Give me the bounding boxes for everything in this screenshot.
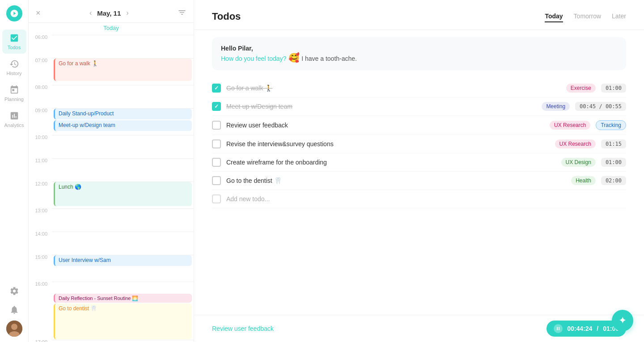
time-label-1200: 12:00 — [29, 182, 52, 186]
time-line-1300 — [52, 208, 194, 232]
calendar-scroll[interactable]: 06:00 07:00 Go for a walk 🚶 08:00 09:00 … — [29, 35, 194, 342]
sidebar-bottom — [6, 283, 22, 337]
calendar-filter-button[interactable] — [178, 8, 186, 18]
time-line-0800 — [52, 85, 194, 108]
todo-item-revise: Revise the interview&survey questions UX… — [212, 135, 626, 153]
calendar-today-label: Today — [29, 23, 194, 35]
todo-text-walk: Go for a walk 🚶 — [226, 84, 561, 92]
notifications-button[interactable] — [6, 302, 22, 318]
time-row-0800: 08:00 — [29, 85, 194, 108]
time-row-1100: 11:00 — [29, 158, 194, 182]
todo-checkbox-wireframe[interactable] — [212, 158, 221, 167]
time-row-0900: 09:00 Daily Stand-up/Product Meet-up w/D… — [29, 108, 194, 135]
sidebar-item-todos-label: Todos — [8, 45, 21, 50]
todo-checkbox-dentist[interactable] — [212, 176, 221, 185]
app-logo[interactable] — [6, 5, 22, 21]
sidebar-item-history[interactable]: History — [2, 55, 26, 80]
todo-item-wireframe: Create wireframe for the onboarding UX D… — [212, 153, 626, 172]
todo-item-dentist: Go to the dentist 🦷 Health 02:00 — [212, 172, 626, 190]
timer-pause-button[interactable] — [554, 324, 563, 333]
sidebar-item-history-label: History — [6, 71, 21, 76]
calendar-navigation: ‹ May, 11 › — [88, 7, 131, 19]
todo-text-revise: Revise the interview&survey questions — [226, 140, 550, 148]
bottom-task-name: Review user feedback — [212, 325, 274, 332]
time-line-1000 — [52, 135, 194, 158]
todo-tag-ux-research-review: UX Research — [550, 121, 590, 130]
time-line-0600 — [52, 35, 194, 58]
time-label-1300: 13:00 — [29, 208, 52, 213]
add-todo-input[interactable]: Add new todo... — [226, 195, 270, 203]
tab-tomorrow[interactable]: Tomorrow — [574, 11, 601, 22]
settings-button[interactable] — [6, 283, 22, 299]
todo-tag-ux-design: UX Design — [561, 158, 596, 167]
time-label-0900: 09:00 — [29, 108, 52, 113]
calendar-event-interview[interactable]: User Interview w/Sam — [54, 255, 192, 266]
fab-button[interactable]: ✦ — [612, 310, 633, 331]
calendar-event-meetup[interactable]: Meet-up w/Design team — [54, 120, 192, 131]
time-line-1100 — [52, 158, 194, 182]
todo-text-wireframe: Create wireframe for the onboarding — [226, 159, 556, 166]
time-line-0900: Daily Stand-up/Product Meet-up w/Design … — [52, 108, 194, 135]
greeting-emoji: 🥰 — [288, 53, 300, 63]
todo-text-review: Review user feedback — [226, 122, 544, 129]
user-avatar[interactable] — [6, 321, 22, 337]
todo-time-dentist: 02:00 — [601, 176, 626, 185]
calendar-title: May, 11 — [97, 9, 121, 17]
greeting-name: Hello Pilar, — [221, 45, 253, 52]
todo-checkbox-meetup[interactable] — [212, 102, 221, 111]
todo-tag-health: Health — [571, 176, 596, 185]
todo-time-wireframe: 01:00 — [601, 158, 626, 167]
time-row-1700: 17:00 — [29, 340, 194, 342]
greeting-content: Hello Pilar, How do you feel today? 🥰 I … — [221, 44, 357, 63]
tab-today[interactable]: Today — [545, 11, 563, 22]
greeting-question: How do you feel today? — [221, 55, 286, 62]
svg-point-1 — [11, 324, 17, 330]
calendar-header: × ‹ May, 11 › — [29, 0, 194, 23]
time-line-1600: Daily Reflection - Sunset Routine 🌅 Go t… — [52, 282, 194, 340]
time-line-0700: Go for a walk 🚶 — [52, 58, 194, 85]
todo-time-revise: 01:15 — [601, 139, 626, 148]
time-row-1300: 13:00 — [29, 208, 194, 232]
todo-item-add: Add new todo... — [212, 190, 626, 208]
greeting-response: I have a tooth-ache. — [301, 55, 357, 62]
sidebar-item-planning[interactable]: Planning — [2, 81, 26, 106]
todo-text-dentist: Go to the dentist 🦷 — [226, 177, 566, 184]
time-row-0600: 06:00 — [29, 35, 194, 58]
sidebar-item-analytics-label: Analytics — [4, 122, 24, 128]
todos-body: Hello Pilar, How do you feel today? 🥰 I … — [194, 30, 644, 315]
greeting-card: Hello Pilar, How do you feel today? 🥰 I … — [212, 37, 626, 70]
time-label-1600: 16:00 — [29, 282, 52, 287]
main-panel: Todos Today Tomorrow Later Hello Pilar, … — [194, 0, 644, 342]
todo-checkbox-review[interactable] — [212, 121, 221, 130]
time-label-1000: 10:00 — [29, 135, 52, 140]
todo-checkbox-add[interactable] — [212, 194, 221, 203]
sidebar-item-todos[interactable]: Todos — [2, 30, 26, 54]
calendar-event-dentist[interactable]: Go to dentist 🦷 — [54, 304, 192, 339]
todos-header: Todos Today Tomorrow Later — [194, 0, 644, 30]
time-label-1100: 11:00 — [29, 158, 52, 163]
calendar-event-walk[interactable]: Go for a walk 🚶 — [54, 59, 192, 81]
calendar-next-button[interactable]: › — [124, 7, 130, 19]
todos-tabs: Today Tomorrow Later — [545, 11, 626, 22]
time-row-1200: 12:00 Lunch 🌎 — [29, 182, 194, 208]
todos-title: Todos — [212, 11, 241, 22]
time-label-1700: 17:00 — [29, 340, 52, 342]
calendar-close-button[interactable]: × — [36, 8, 41, 18]
time-line-1200: Lunch 🌎 — [52, 182, 194, 208]
calendar-event-lunch[interactable]: Lunch 🌎 — [54, 182, 192, 206]
time-line-1500: User Interview w/Sam — [52, 255, 194, 282]
todo-time-meetup: 00:45 / 00:55 — [575, 102, 626, 111]
todo-checkbox-revise[interactable] — [212, 139, 221, 148]
todo-checkbox-walk[interactable] — [212, 84, 221, 93]
calendar-event-standup[interactable]: Daily Stand-up/Product — [54, 109, 192, 119]
calendar-prev-button[interactable]: ‹ — [88, 7, 93, 19]
sidebar-item-analytics[interactable]: Analytics — [2, 107, 26, 131]
sidebar: Todos History Planning Analytics — [0, 0, 29, 342]
todo-item-meetup: Meet-up w/Design team Meeting 00:45 / 00… — [212, 97, 626, 116]
calendar-panel: × ‹ May, 11 › Today 06:00 07:00 Go for a… — [29, 0, 194, 342]
tab-later[interactable]: Later — [612, 11, 626, 22]
time-row-1400: 14:00 — [29, 232, 194, 255]
calendar-event-reflection[interactable]: Daily Reflection - Sunset Routine 🌅 — [54, 294, 192, 303]
todo-item-walk: Go for a walk 🚶 Exercise 01:00 — [212, 79, 626, 97]
time-line-1700 — [52, 340, 194, 342]
